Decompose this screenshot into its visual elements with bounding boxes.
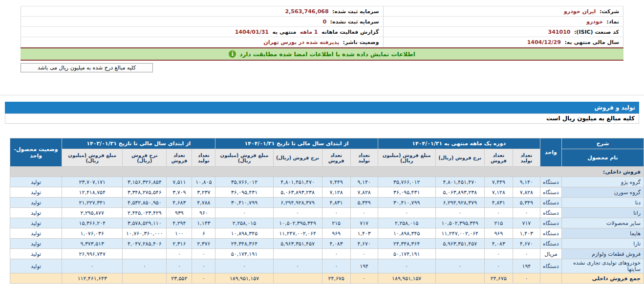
value-cell: ۰ bbox=[378, 208, 435, 218]
value-cell: ۰ bbox=[350, 249, 378, 259]
value-cell: ۵,۹۶۳,۳۵۱,۴۵۷ bbox=[435, 239, 484, 249]
product-name-cell: هایما bbox=[561, 228, 644, 239]
value-cell: ۹۶۰ bbox=[192, 208, 215, 218]
value-cell bbox=[123, 273, 167, 284]
value-cell bbox=[435, 273, 484, 284]
group-header-row: شرح واحد دوره یک ماهه منتهی به ۱۴۰۴/۰۱/۳… bbox=[10, 138, 644, 149]
sale-amount-header: مبلغ فروش (میلیون ریال) bbox=[62, 149, 123, 167]
info-unregistered-capital-cell: سرمایه ثبت نشده: 0 bbox=[21, 17, 384, 27]
value-cell: ۳۰,۴۱۰,۷۹۹ bbox=[215, 198, 273, 208]
value-cell: ۲۴,۳۴۸,۳۶۴ bbox=[215, 239, 273, 249]
sale-amount-header: مبلغ فروش (میلیون ریال) bbox=[378, 149, 435, 167]
status-cell: تولید bbox=[10, 249, 62, 259]
value-cell: ۱,۴۰۳ bbox=[350, 228, 378, 239]
value-cell: ۱۰,۵۰۲,۳۹۵,۳۴۹ bbox=[435, 218, 484, 228]
table-row: هایمادستگاه۱,۴۰۳۹۶۹۱۱,۲۴۷,۰۰۲,۰۶۴۱۰,۸۹۸,… bbox=[10, 228, 644, 239]
amounts-in-million-rial-note: کلیه مبالغ به میلیون ریال است bbox=[5, 113, 639, 124]
value-cell: ۳۵,۷۶۶,۰۱۲ bbox=[378, 177, 435, 187]
value-cell: ۷۱۷ bbox=[513, 218, 540, 228]
value-cell: ۵,۰۶۳,۸۹۳,۲۳۸ bbox=[435, 187, 484, 198]
value-cell: ۴,۰۴۷,۲۸۵,۴۰۶ bbox=[123, 239, 167, 249]
value-cell: ۳۶,۰۹۵,۴۳۱ bbox=[378, 187, 435, 198]
value-cell: ۵,۰۶۳,۸۹۳,۲۳۸ bbox=[273, 187, 322, 198]
value-cell: ۵۰,۱۷۴,۱۹۱ bbox=[378, 249, 435, 259]
value-cell: ۴,۷۸۸ bbox=[192, 198, 215, 208]
value-cell: ۳۵,۷۶۶,۰۱۲ bbox=[215, 177, 273, 187]
value-cell: ۹۳۹ bbox=[167, 208, 192, 218]
sold-count-header: تعداد فروش bbox=[167, 149, 192, 167]
production-sales-section: تولید و فروش کلیه مبالغ به میلیون ریال ا… bbox=[5, 102, 639, 284]
value-cell: ۲۱۵ bbox=[484, 218, 513, 228]
unit-cell: دستگاه bbox=[540, 198, 561, 208]
sale-rate-header: نرخ فروش (ریال) bbox=[123, 149, 167, 167]
value-cell: ۴,۸۰۱,۴۵۱,۴۷۰ bbox=[435, 177, 484, 187]
value-cell: ۱۹۴ bbox=[350, 259, 378, 273]
unit-cell: دستگاه bbox=[540, 208, 561, 218]
info-publisher-status-cell: وضعیت ناشر: پذیرفته شده در بورس تهران bbox=[21, 37, 384, 47]
value-cell bbox=[435, 249, 484, 259]
status-cell: تولید bbox=[10, 177, 62, 187]
status-cell: تولید bbox=[10, 228, 62, 239]
value-cell: ۰ bbox=[435, 208, 484, 218]
value-cell: ۴,۸۰۱,۴۵۱,۴۷۰ bbox=[273, 177, 322, 187]
value-cell: ۲۳,۵۵۲ bbox=[167, 273, 192, 284]
value-cell: ۰ bbox=[215, 259, 273, 273]
info-icon: i bbox=[229, 50, 236, 58]
value-cell: ۰ bbox=[273, 208, 322, 218]
info-report-cell: گزارش فعالیت ماهانه 1 ماهه منتهی به 1404… bbox=[21, 27, 384, 37]
value-cell: ۱۰,۸۹۸,۳۴۵ bbox=[378, 228, 435, 239]
info-row: نماد: خودرو سرمایه ثبت نشده: 0 bbox=[21, 17, 623, 27]
sale-amount-header: مبلغ فروش (میلیون ریال) bbox=[215, 149, 273, 167]
ytd-current-header: از ابتدای سال مالی تا تاریخ ۱۴۰۴/۰۱/۳۱ bbox=[215, 138, 378, 149]
value-cell: ۳,۷۰۹ bbox=[167, 187, 192, 198]
unit-cell: دستگاه bbox=[540, 187, 561, 198]
company-label: شرکت: bbox=[600, 8, 619, 15]
value-cell: ۴,۵۳۲,۸۵۰,۹۵۰ bbox=[123, 198, 167, 208]
status-cell: تولید bbox=[10, 218, 62, 228]
million-rial-unit-button[interactable]: کلیه مبالغ درج شده به میلیون ریال می باش… bbox=[21, 63, 153, 72]
value-cell: ۲۴,۳۴۸,۳۶۴ bbox=[378, 239, 435, 249]
product-name-cell: گروه سورن bbox=[561, 187, 644, 198]
production-sales-table-body: فروش داخلی:گروه پژودستگاه۹,۱۴۰۷,۴۴۹۴,۸۰۱… bbox=[10, 167, 644, 284]
value-cell: ۱۸۹,۹۵۱,۱۵۷ bbox=[215, 273, 273, 284]
value-cell: ۲,۲۹۵,۸۷۷ bbox=[62, 208, 123, 218]
value-cell: ۴,۰۸۳ bbox=[322, 239, 350, 249]
value-cell: ۷,۴۴۹ bbox=[322, 177, 350, 187]
table-row: گروه پژودستگاه۹,۱۴۰۷,۴۴۹۴,۸۰۱,۴۵۱,۴۷۰۳۵,… bbox=[10, 177, 644, 187]
product-name-cell: تارا bbox=[561, 239, 644, 249]
sale-rate-header: نرخ فروش (ریال) bbox=[273, 149, 322, 167]
report-date: 1404/01/31 bbox=[235, 29, 269, 35]
value-cell: ۰ bbox=[62, 259, 123, 273]
value-cell bbox=[123, 249, 167, 259]
section-row-domestic-sales: فروش داخلی: bbox=[10, 167, 644, 177]
value-cell: ۴,۸۳۱ bbox=[484, 198, 513, 208]
value-cell: ۰ bbox=[322, 249, 350, 259]
value-cell: ۰ bbox=[350, 273, 378, 284]
table-row: رانادستگاه۰۰۰۰۰۰۰۰۹۶۰۹۳۹۲,۴۴۵,۰۲۳,۴۲۹۲,۲… bbox=[10, 208, 644, 218]
status-cell: تولید bbox=[10, 208, 62, 218]
value-cell: ۷,۵۱۱ bbox=[167, 177, 192, 187]
value-cell: ۹۶۹ bbox=[322, 228, 350, 239]
product-name-cell: رانا bbox=[561, 208, 644, 218]
value-cell: ۰ bbox=[322, 208, 350, 218]
value-cell: ۵,۳۴۹ bbox=[350, 198, 378, 208]
value-cell: ۲۳,۷۰۷,۱۷۱ bbox=[62, 177, 123, 187]
value-cell: ۵۰,۱۷۴,۱۹۱ bbox=[215, 249, 273, 259]
info-registered-capital-cell: سرمایه ثبت شده: 2,563,746,068 bbox=[21, 6, 384, 17]
status-cell bbox=[10, 273, 62, 284]
value-cell: ۰ bbox=[215, 208, 273, 218]
value-cell: ۱۵,۳۶۶,۲۰۴ bbox=[62, 218, 123, 228]
produced-count-header: تعداد تولید bbox=[192, 149, 215, 167]
fiscal-year-label: سال مالی منتهی به: bbox=[564, 39, 619, 45]
value-cell bbox=[273, 273, 322, 284]
publisher-status-label: وضعیت ناشر: bbox=[343, 39, 379, 45]
signed-data-notice: i اطلاعات نمایش داده شده با اطلاعات امضا… bbox=[21, 47, 623, 61]
value-cell: ۱۱,۲۴۷,۰۰۲,۰۶۴ bbox=[435, 228, 484, 239]
produced-count-header: تعداد تولید bbox=[350, 149, 378, 167]
company-info-table: شرکت: ایران خودرو سرمایه ثبت شده: 2,563,… bbox=[21, 6, 623, 47]
symbol-label: نماد: bbox=[606, 19, 619, 25]
value-cell: ۱۰,۵۰۲,۳۹۵,۳۴۹ bbox=[273, 218, 322, 228]
divider bbox=[0, 95, 644, 95]
info-symbol-cell: نماد: خودرو bbox=[383, 17, 623, 27]
info-row: کد صنعت (ISIC): 341010 گزارش فعالیت ماها… bbox=[21, 27, 623, 37]
